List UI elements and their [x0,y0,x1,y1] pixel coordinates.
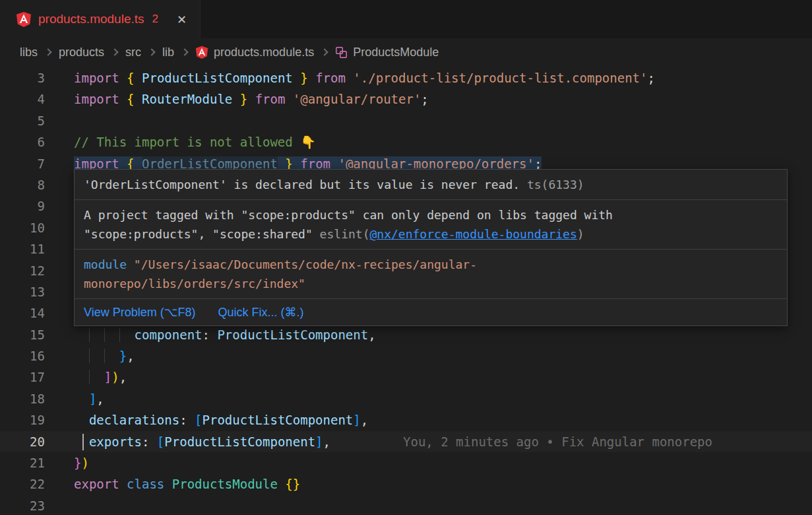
line-number[interactable]: 4 [0,88,45,110]
code-line[interactable]: 19 declarations: [ProductListComponent], [0,409,812,430]
code-token: : [142,434,157,449]
line-number[interactable]: 15 [0,324,45,345]
breadcrumb-item-products[interactable]: products [59,46,104,59]
code-token: ProductListComponent [217,327,368,342]
module-keyword: module [84,258,127,271]
line-number[interactable]: 11 [0,238,45,259]
view-problem-button[interactable]: View Problem (⌥F8) [84,305,195,320]
line-number[interactable]: 20 [0,431,45,452]
code-token: [ [157,434,164,449]
line-number[interactable]: 16 [0,345,45,366]
code-token [74,413,89,427]
line-number[interactable]: 17 [0,366,45,388]
code-line[interactable]: 4import { RouterModule } from '@angular/… [0,88,812,110]
module-path-continued: monorepo/libs/orders/src/index" [84,277,305,291]
quick-fix-button[interactable]: Quick Fix... (⌘.) [218,305,303,320]
code-line[interactable]: 18 ], [0,388,812,409]
code-token: } [119,349,127,363]
hover-widget: 'OrderListComponent' is declared but its… [74,169,788,326]
line-number[interactable]: 10 [0,217,45,238]
code-token: from [315,71,346,85]
code-token: import [74,71,119,85]
code-token [119,71,127,85]
rule-link[interactable]: @nx/enforce-module-boundaries [369,227,577,241]
breadcrumb-item-file[interactable]: products.module.ts [195,46,314,59]
module-info-line1: module "/Users/isaac/Documents/code/nx-r… [84,255,778,274]
code-token: component [135,327,203,342]
code-token: exports [89,434,142,449]
code-token: } [300,71,307,85]
code-token: ; [421,92,428,106]
diagnostic-source: ts(6133) [520,178,584,191]
symbol-class-icon [335,46,348,59]
code-token: , [368,327,375,342]
line-number[interactable]: 8 [0,174,45,195]
code-token [74,327,89,342]
code-token: : [203,327,218,342]
breadcrumb-item-src[interactable]: src [125,46,141,59]
angular-icon [16,11,32,27]
tab-error-count-badge: 2 [152,13,158,26]
code-line[interactable]: 20 exports: [ProductListComponent],You, … [0,431,812,452]
code-text [45,495,812,515]
code-token: ] [353,413,360,427]
code-line[interactable]: 22export class ProductsModule {} [0,473,812,495]
line-number[interactable]: 12 [0,260,45,281]
code-line[interactable]: 16 }, [0,345,812,366]
code-token [119,92,127,106]
code-line[interactable]: 23 [0,495,812,515]
close-icon[interactable]: ✕ [177,13,187,26]
code-line[interactable]: 5 [0,110,812,131]
code-token: ProductListComponent [164,434,315,449]
code-line[interactable]: 15 component: ProductListComponent, [0,324,812,345]
code-token [89,370,104,384]
code-line[interactable]: 6// This import is not allowed 👇 [0,131,812,153]
code-token: RouterModule [142,92,232,106]
code-line[interactable]: 21}) [0,452,812,473]
code-token [232,92,239,106]
code-token: './product-list/product-list.component' [353,71,647,85]
code-line[interactable]: 17 ]), [0,366,812,388]
code-token [119,327,135,342]
breadcrumb-item-lib[interactable]: lib [162,46,174,59]
code-token [285,92,292,106]
code-token: ) [111,370,119,384]
line-number[interactable]: 9 [0,195,45,217]
editor[interactable]: 3import { ProductListComponent } from '.… [0,66,812,515]
breadcrumb-item-symbol[interactable]: ProductsModule [335,46,439,59]
code-token: } [240,92,247,106]
tab-bar: products.module.ts 2 ✕ [0,0,812,38]
code-text: exports: [ProductListComponent],You, 2 m… [45,431,812,452]
line-number[interactable]: 7 [0,153,45,174]
code-token: export [74,477,119,491]
line-number[interactable]: 6 [0,131,45,153]
line-number[interactable]: 14 [0,302,45,324]
code-token [293,71,300,85]
code-line[interactable]: 3import { ProductListComponent } from '.… [0,67,812,88]
code-text: export class ProductsModule {} [45,473,812,495]
module-info: module "/Users/isaac/Documents/code/nx-r… [75,250,787,299]
code-token [247,92,255,106]
code-token [89,327,104,342]
code-text: // This import is not allowed 👇 [45,131,812,153]
code-token: import [74,92,119,106]
line-number[interactable]: 18 [0,388,45,409]
line-number[interactable]: 3 [0,67,45,88]
diagnostic-source-prefix: eslint( [313,227,370,241]
code-token [74,434,89,449]
line-number[interactable]: 13 [0,281,45,302]
tab-products-module[interactable]: products.module.ts 2 ✕ [0,0,201,38]
code-token: ProductListComponent [203,413,354,427]
line-number[interactable]: 23 [0,495,45,515]
code-token [74,392,89,406]
diagnostic-message-line1: A project tagged with "scope:products" c… [84,205,778,224]
line-number[interactable]: 22 [0,473,45,495]
line-number[interactable]: 19 [0,409,45,430]
blame-annotation: You, 2 minutes ago • Fix Angular monorep… [403,434,712,449]
code-text: import { RouterModule } from '@angular/r… [45,88,812,110]
line-number[interactable]: 21 [0,452,45,473]
code-token: ) [81,456,88,470]
code-token [346,71,353,85]
line-number[interactable]: 5 [0,110,45,131]
breadcrumb-item-libs[interactable]: libs [20,46,38,59]
